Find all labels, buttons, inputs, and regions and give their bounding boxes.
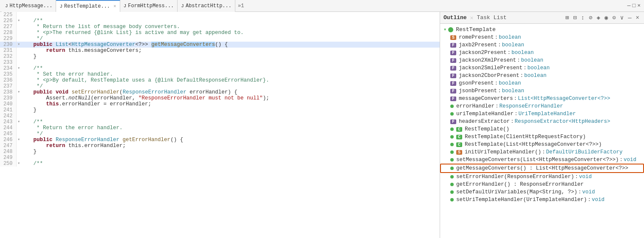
list-item[interactable]: F jackson2Present : boolean	[440, 49, 644, 57]
outline-close[interactable]: ×	[635, 14, 641, 22]
outline-btn-sort[interactable]: ↕	[580, 14, 586, 22]
item-sep: :	[508, 50, 511, 56]
list-item[interactable]: S romePresent : boolean	[440, 34, 644, 41]
line-fold	[16, 155, 21, 161]
tab-close-resttemplate[interactable]: ×	[113, 4, 116, 9]
line-fold	[16, 71, 21, 77]
line-number: 246	[0, 137, 16, 143]
outline-tree: ▾ RestTemplate S romePresent : boolean F…	[440, 24, 644, 205]
line-fold[interactable]: ▾	[16, 161, 21, 167]
list-item[interactable]: F jackson2XmlPresent : boolean	[440, 57, 644, 64]
list-item[interactable]: C RestTemplate()	[440, 125, 644, 133]
tab-resttemplate[interactable]: J RestTemplate... ×	[56, 0, 120, 12]
tab-label-resttemplate: RestTemplate...	[64, 3, 110, 9]
item-sep: :	[514, 96, 517, 102]
list-item[interactable]: setMessageConverters(List<HttpMessageCon…	[440, 156, 644, 164]
table-row: 245 */	[0, 131, 440, 137]
outline-tasklist[interactable]: Task List	[477, 14, 506, 21]
line-number: 247	[0, 143, 16, 149]
outline-btn-collapse[interactable]: ∨	[619, 14, 625, 22]
line-number: 227	[0, 24, 16, 30]
outline-minimize[interactable]: —	[627, 14, 633, 22]
list-item[interactable]: S initUriTemplateHandler() : DefaultUriB…	[440, 148, 644, 156]
outline-header: Outline ✕ Task List ⊞ ⊟ ↕ ⊘ ◈ ◉ ⊙ ∨ — ×	[440, 12, 644, 24]
list-item[interactable]: F jackson2CborPresent : boolean	[440, 72, 644, 79]
outline-root[interactable]: ▾ RestTemplate	[440, 26, 644, 34]
window-maximize[interactable]: □	[632, 3, 636, 9]
outline-btn-6[interactable]: ◉	[603, 14, 609, 22]
item-sep: :	[517, 57, 520, 63]
line-code	[21, 60, 440, 65]
line-code	[21, 113, 440, 119]
item-name: jackson2CborPresent	[459, 73, 520, 79]
code-table: 225 226 ▾ /** 227 * Return t	[0, 12, 440, 167]
item-sep: :	[495, 80, 498, 86]
line-code: }	[21, 54, 440, 60]
item-type: boolean	[502, 42, 525, 48]
line-fold[interactable]	[16, 12, 21, 18]
line-fold[interactable]: ▾	[16, 89, 21, 95]
dot-green	[450, 167, 454, 170]
list-item[interactable]: F headersExtractor : ResponseExtractor<H…	[440, 118, 644, 125]
table-row: 237 */	[0, 83, 440, 89]
line-fold[interactable]: ▾	[16, 65, 21, 71]
item-type: boolean	[511, 50, 534, 56]
tab-overflow[interactable]: »1	[235, 3, 246, 9]
list-item[interactable]: C RestTemplate(List<HttpMessageConverter…	[440, 141, 644, 148]
list-item[interactable]: uriTemplateHandler : UriTemplateHandler	[440, 110, 644, 118]
line-number: 240	[0, 101, 16, 107]
window-close[interactable]: ×	[637, 3, 641, 9]
outline-btn-2[interactable]: ⊟	[572, 14, 578, 22]
item-type: boolean	[528, 65, 550, 71]
outline-scroll[interactable]: ▾ RestTemplate S romePresent : boolean F…	[440, 24, 644, 238]
tab-httpmessage[interactable]: J HttpMessage...	[2, 0, 56, 12]
outline-panel: Outline ✕ Task List ⊞ ⊟ ↕ ⊘ ◈ ◉ ⊙ ∨ — × …	[440, 12, 644, 238]
list-item[interactable]: errorHandler : ResponseErrorHandler	[440, 102, 644, 110]
table-row: 225	[0, 12, 440, 18]
line-fold	[16, 48, 21, 54]
window-minimize[interactable]: —	[627, 3, 631, 9]
list-item[interactable]: F gsonPresent : boolean	[440, 79, 644, 87]
list-item[interactable]: F messageConverters : List<HttpMessageCo…	[440, 95, 644, 102]
line-fold[interactable]: ▾	[16, 119, 21, 125]
item-type: boolean	[499, 34, 521, 40]
outline-toolbar: ⊞ ⊟ ↕ ⊘ ◈ ◉ ⊙ ∨ — ×	[564, 14, 641, 22]
code-scroll[interactable]: 225 226 ▾ /** 227 * Return t	[0, 12, 440, 238]
item-name: setErrorHandler(ResponseErrorHandler)	[456, 174, 574, 180]
line-code: */	[21, 83, 440, 89]
list-item[interactable]: F jackson2SmilePresent : boolean	[440, 64, 644, 72]
outline-btn-7[interactable]: ⊙	[611, 14, 617, 22]
java-icon-abstracthttp: J	[181, 3, 184, 8]
outline-btn-1[interactable]: ⊞	[564, 14, 570, 22]
dot-green	[450, 175, 454, 178]
list-item[interactable]: setUriTemplateHandler(UriTemplateHandler…	[440, 196, 644, 204]
list-item[interactable]: C RestTemplate(ClientHttpRequestFactory)	[440, 133, 644, 141]
outline-btn-filter[interactable]: ⊘	[588, 14, 593, 22]
table-row: 244 * Return the error handler.	[0, 125, 440, 131]
table-row: 232 }	[0, 54, 440, 60]
list-item-selected[interactable]: getMessageConverters() : List<HttpMessag…	[440, 164, 644, 173]
item-name: messageConverters	[459, 96, 513, 102]
list-item[interactable]: setDefaultUriVariables(Map<String, ?>) :…	[440, 188, 644, 196]
item-name: romePresent	[459, 34, 494, 40]
tab-formhttpmess[interactable]: J FormHttpMess...	[120, 0, 178, 12]
line-fold[interactable]: ▾	[16, 18, 21, 24]
table-row: 248 }	[0, 149, 440, 155]
line-number: 238	[0, 89, 16, 95]
badge-f: F	[450, 74, 456, 78]
line-number: 250	[0, 161, 16, 167]
list-item[interactable]: F jsonbPresent : boolean	[440, 87, 644, 95]
list-item[interactable]: setErrorHandler(ResponseErrorHandler) : …	[440, 173, 644, 181]
table-row: 229 */	[0, 36, 440, 42]
list-item[interactable]: F jaxb2Present : boolean	[440, 41, 644, 49]
line-fold[interactable]: ▾	[16, 42, 21, 48]
outline-btn-5[interactable]: ◈	[595, 14, 601, 22]
item-name: errorHandler	[456, 103, 494, 109]
item-name: RestTemplate(List<HttpMessageConverter<?…	[465, 142, 602, 147]
tab-abstracthttp[interactable]: J AbstractHttp...	[178, 0, 235, 12]
table-row: 227 * Return the list of message body co…	[0, 24, 440, 30]
line-fold[interactable]: ▾	[16, 137, 21, 143]
table-row: 228 * <p>The returned {@link List} is ac…	[0, 30, 440, 36]
item-name: setUriTemplateHandler(UriTemplateHandler…	[456, 197, 587, 203]
list-item[interactable]: getErrorHandler() : ResponseErrorHandler	[440, 181, 644, 188]
